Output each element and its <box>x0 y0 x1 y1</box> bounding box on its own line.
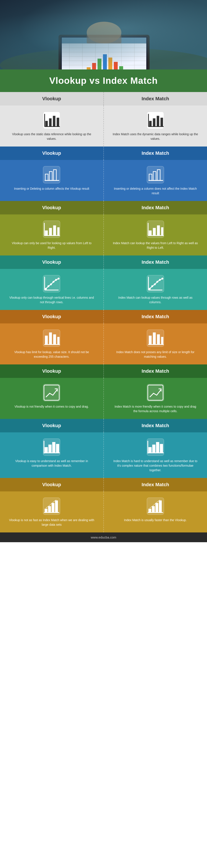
section-5-left-text: Vlookup has limit for lookup, value size… <box>9 350 95 359</box>
section-3-right-text: Index Match can lookup the values from L… <box>112 241 199 250</box>
svg-point-65 <box>55 279 57 281</box>
section-6-right-text: Index Match is more friendly when it com… <box>112 404 199 413</box>
section-7-header: VlookupIndex Match <box>0 419 207 432</box>
svg-rect-29 <box>53 116 56 127</box>
section-8-left-content: Vlookup is not as fast as Index Match wh… <box>0 491 104 532</box>
comparison-row-1: VlookupIndex Match Vlookup uses the stat… <box>0 92 207 147</box>
comparison-row-2: VlookupIndex Match Inserting or Deleting… <box>0 147 207 201</box>
section-5-left-content: Vlookup has limit for lookup, value size… <box>0 323 104 365</box>
svg-rect-82 <box>157 334 160 344</box>
section-4-right-text: Index Match can lookup values through ro… <box>112 296 199 305</box>
section-1-vlookup-label: Vlookup <box>0 92 104 105</box>
svg-rect-95 <box>156 442 159 453</box>
svg-rect-96 <box>160 444 163 453</box>
section-3-vlookup-label: Vlookup <box>0 201 104 214</box>
comparison-row-6: VlookupIndex Match Vlookup is not friend… <box>0 365 207 419</box>
svg-point-63 <box>50 283 52 285</box>
svg-rect-102 <box>55 500 58 513</box>
svg-point-1 <box>0 48 207 69</box>
svg-rect-0 <box>0 0 207 69</box>
section-4-left-content: Vlookup only can lookup through vertical… <box>0 269 104 310</box>
section-3-left-icon <box>43 220 60 238</box>
section-8-content: Vlookup is not as fast as Index Match wh… <box>0 491 207 532</box>
svg-rect-45 <box>158 170 160 181</box>
svg-rect-30 <box>57 118 59 127</box>
section-7-left-text: Vlookup is easy to understand as well as… <box>9 459 95 468</box>
section-3-left-text: Vlookup can only be used for looking up … <box>9 241 95 250</box>
svg-rect-27 <box>45 121 48 127</box>
svg-rect-75 <box>45 336 48 344</box>
svg-rect-90 <box>56 444 59 453</box>
section-4-indexmatch-label: Index Match <box>104 255 207 269</box>
svg-point-73 <box>159 279 161 281</box>
section-2-left-content: Inserting or Deleting a column affects t… <box>0 160 104 201</box>
comparison-row-7: VlookupIndex Match Vlookup is easy to un… <box>0 419 207 478</box>
svg-rect-17 <box>87 67 91 69</box>
svg-rect-101 <box>51 503 55 513</box>
svg-rect-44 <box>153 172 156 180</box>
section-2-left-text: Inserting or Deleting a column affects t… <box>14 186 89 191</box>
section-6-content: Vlookup is not friendly when it comes to… <box>0 378 207 419</box>
svg-rect-86 <box>148 385 163 400</box>
svg-rect-105 <box>152 506 155 513</box>
svg-point-62 <box>47 285 49 287</box>
svg-point-66 <box>58 278 60 280</box>
svg-rect-2 <box>59 35 149 69</box>
section-4-left-icon <box>43 275 60 292</box>
svg-rect-34 <box>153 118 156 127</box>
comparison-row-4: VlookupIndex Match Vlookup only can look… <box>0 255 207 310</box>
section-7-right-text: Index Match is hard to understand as wel… <box>112 459 199 472</box>
svg-point-69 <box>149 288 151 290</box>
section-5-indexmatch-label: Index Match <box>104 310 207 323</box>
svg-rect-50 <box>58 227 60 236</box>
svg-rect-28 <box>49 118 52 127</box>
section-3-left-content: Vlookup can only be used for looking up … <box>0 214 104 255</box>
svg-rect-94 <box>152 444 156 453</box>
svg-rect-93 <box>148 447 152 453</box>
svg-rect-43 <box>149 174 152 180</box>
comparison-section: VlookupIndex Match Vlookup uses the stat… <box>0 92 207 532</box>
svg-rect-78 <box>58 337 60 344</box>
svg-point-72 <box>156 281 158 283</box>
svg-rect-99 <box>45 509 47 513</box>
section-8-left-text: Vlookup is not as fast as Index Match wh… <box>9 518 95 527</box>
section-8-left-icon <box>43 497 60 515</box>
svg-rect-24 <box>62 37 146 43</box>
svg-rect-85 <box>44 385 59 400</box>
svg-rect-26 <box>87 35 122 43</box>
section-5-header: VlookupIndex Match <box>0 310 207 323</box>
section-5-right-content: Index Match does not posses any limit of… <box>104 323 207 365</box>
svg-point-70 <box>151 285 153 287</box>
section-1-left-content: Vlookup uses the static data reference w… <box>0 105 104 147</box>
svg-rect-53 <box>149 230 151 236</box>
svg-point-64 <box>53 281 55 283</box>
section-2-content: Inserting or Deleting a column affects t… <box>0 160 207 201</box>
section-5-vlookup-label: Vlookup <box>0 310 104 323</box>
svg-rect-39 <box>45 174 48 180</box>
section-4-right-icon <box>147 275 164 292</box>
svg-rect-47 <box>45 230 48 236</box>
section-1-right-icon <box>147 112 164 129</box>
svg-rect-81 <box>153 333 156 345</box>
section-8-indexmatch-label: Index Match <box>104 478 207 491</box>
svg-rect-56 <box>161 227 163 236</box>
footer-text: www.educba.com <box>91 535 116 539</box>
svg-rect-107 <box>159 500 162 513</box>
svg-rect-19 <box>98 59 101 69</box>
section-7-indexmatch-label: Index Match <box>104 419 207 432</box>
section-6-right-icon <box>147 384 164 401</box>
section-8-header: VlookupIndex Match <box>0 478 207 491</box>
section-2-vlookup-label: Vlookup <box>0 147 104 160</box>
section-7-right-icon <box>147 438 164 456</box>
svg-point-71 <box>154 283 156 285</box>
svg-rect-36 <box>161 118 163 127</box>
svg-rect-89 <box>52 442 56 453</box>
comparison-row-5: VlookupIndex Match Vlookup has limit for… <box>0 310 207 365</box>
svg-rect-22 <box>114 62 118 69</box>
svg-rect-49 <box>53 225 56 236</box>
section-8-vlookup-label: Vlookup <box>0 478 104 491</box>
svg-rect-35 <box>157 116 159 127</box>
svg-rect-18 <box>92 63 96 69</box>
section-1-right-content: Index Match uses the dynamic data ranges… <box>104 105 207 147</box>
svg-point-61 <box>45 288 47 290</box>
